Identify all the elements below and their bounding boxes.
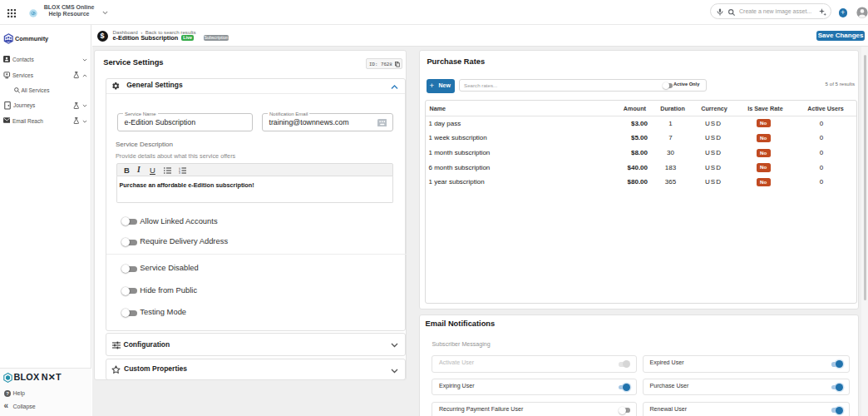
svg-text:3: 3 xyxy=(179,171,180,174)
